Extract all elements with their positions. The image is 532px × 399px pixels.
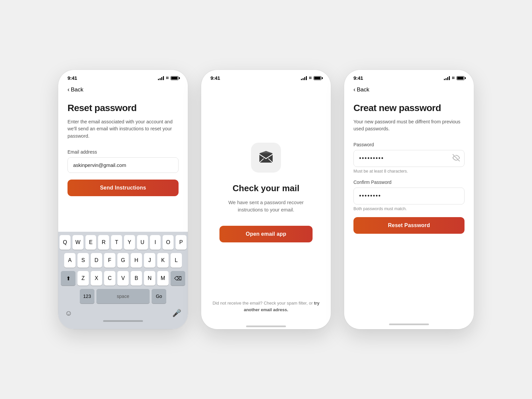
battery-icon-1 bbox=[171, 76, 179, 80]
key-p[interactable]: P bbox=[176, 235, 187, 250]
wifi-icon-3: ⌗ bbox=[452, 75, 455, 81]
key-t[interactable]: T bbox=[111, 235, 122, 250]
status-icons-1: ⌗ bbox=[158, 75, 179, 81]
confirm-password-input[interactable] bbox=[353, 188, 465, 204]
keyboard-1: Q W E R T Y U I O P A S D F G H J K L bbox=[58, 232, 188, 329]
keyboard-bottom: ☺ 🎤 bbox=[60, 307, 187, 318]
send-instructions-button[interactable]: Send Instructions bbox=[67, 180, 179, 196]
password-input[interactable] bbox=[353, 150, 465, 167]
key-l[interactable]: L bbox=[171, 253, 182, 268]
key-g[interactable]: G bbox=[117, 253, 129, 268]
key-s[interactable]: S bbox=[77, 253, 89, 268]
confirm-hint: Both passwords must match. bbox=[353, 206, 465, 211]
check-mail-footer: Did not receive the email? Check your sp… bbox=[201, 295, 331, 323]
envelope-icon bbox=[258, 149, 274, 166]
key-a[interactable]: A bbox=[64, 253, 75, 268]
home-indicator-2 bbox=[246, 326, 286, 327]
phone-screen-1: 9:41 ⌗ ‹ Back Reset password Enter the e… bbox=[58, 70, 188, 329]
email-label: Email address bbox=[67, 149, 179, 155]
confirm-password-wrapper bbox=[353, 188, 465, 204]
back-chevron-3: ‹ bbox=[353, 86, 355, 93]
key-e[interactable]: E bbox=[85, 235, 96, 250]
key-backspace[interactable]: ⌫ bbox=[171, 271, 185, 286]
key-x[interactable]: X bbox=[91, 271, 102, 286]
key-m[interactable]: M bbox=[157, 271, 169, 286]
back-chevron-1: ‹ bbox=[67, 86, 69, 93]
confirm-password-label: Confirm Password bbox=[353, 180, 465, 185]
keyboard-row-1: Q W E R T Y U I O P bbox=[60, 235, 187, 250]
key-v[interactable]: V bbox=[117, 271, 129, 286]
key-k[interactable]: K bbox=[157, 253, 169, 268]
footer-plain: Did not receive the email? Check your sp… bbox=[212, 301, 314, 306]
back-label-3: Back bbox=[357, 86, 369, 93]
battery-icon-2 bbox=[314, 76, 322, 80]
wifi-icon-1: ⌗ bbox=[166, 75, 169, 81]
key-space[interactable]: space bbox=[96, 289, 150, 304]
status-bar-1: 9:41 ⌗ bbox=[58, 70, 188, 83]
key-z[interactable]: Z bbox=[77, 271, 89, 286]
key-go[interactable]: Go bbox=[152, 289, 166, 304]
reset-password-title: Reset password bbox=[67, 102, 179, 114]
status-icons-3: ⌗ bbox=[444, 75, 465, 81]
keyboard-row-2: A S D F G H J K L bbox=[60, 253, 187, 268]
phone-screen-3: 9:41 ⌗ ‹ Back Creat new password Your ne… bbox=[344, 70, 474, 329]
signal-icon-2 bbox=[301, 76, 307, 80]
password-wrapper bbox=[353, 150, 465, 167]
screen1-content: ‹ Back Reset password Enter the email as… bbox=[58, 83, 188, 232]
key-num[interactable]: 123 bbox=[80, 289, 94, 304]
back-label-1: Back bbox=[71, 86, 83, 93]
mail-icon-box bbox=[251, 143, 281, 173]
key-o[interactable]: O bbox=[163, 235, 174, 250]
key-y[interactable]: Y bbox=[124, 235, 135, 250]
key-r[interactable]: R bbox=[98, 235, 109, 250]
keyboard-row-4: 123 space Go bbox=[60, 289, 187, 304]
status-time-1: 9:41 bbox=[67, 75, 77, 81]
status-icons-2: ⌗ bbox=[301, 75, 322, 81]
create-password-subtitle: Your new password must be diffrent from … bbox=[353, 118, 465, 133]
wifi-icon-2: ⌗ bbox=[309, 75, 312, 81]
screen3-content: ‹ Back Creat new password Your new passw… bbox=[344, 83, 474, 321]
mic-icon[interactable]: 🎤 bbox=[172, 309, 181, 318]
eye-slash-icon[interactable] bbox=[453, 154, 460, 163]
home-indicator-1 bbox=[103, 320, 143, 322]
status-time-2: 9:41 bbox=[210, 75, 220, 81]
back-button-3[interactable]: ‹ Back bbox=[353, 86, 465, 93]
key-shift[interactable]: ⬆ bbox=[61, 271, 75, 286]
phone-screen-2: 9:41 ⌗ bbox=[201, 70, 331, 329]
create-password-title: Creat new password bbox=[353, 102, 465, 114]
signal-icon-1 bbox=[158, 76, 164, 80]
key-i[interactable]: I bbox=[150, 235, 161, 250]
status-time-3: 9:41 bbox=[353, 75, 363, 81]
open-email-button[interactable]: Open email app bbox=[219, 226, 313, 242]
key-u[interactable]: U bbox=[137, 235, 148, 250]
status-bar-3: 9:41 ⌗ bbox=[344, 70, 474, 83]
key-f[interactable]: F bbox=[104, 253, 115, 268]
key-c[interactable]: C bbox=[104, 271, 115, 286]
check-mail-subtitle: We have sent a password recover instruct… bbox=[226, 199, 306, 214]
key-b[interactable]: B bbox=[131, 271, 142, 286]
key-q[interactable]: Q bbox=[60, 235, 70, 250]
keyboard-row-3: ⬆ Z X C V B N M ⌫ bbox=[60, 271, 187, 286]
reset-password-button[interactable]: Reset Password bbox=[353, 217, 465, 234]
battery-icon-3 bbox=[457, 76, 465, 80]
signal-icon-3 bbox=[444, 76, 450, 80]
home-indicator-3 bbox=[389, 324, 429, 325]
key-h[interactable]: H bbox=[131, 253, 142, 268]
reset-password-subtitle: Enter the email associated with your acc… bbox=[67, 118, 179, 140]
key-j[interactable]: J bbox=[144, 253, 155, 268]
back-button-1[interactable]: ‹ Back bbox=[67, 86, 179, 93]
key-n[interactable]: N bbox=[144, 271, 155, 286]
password-hint: Must be at least 8 characters. bbox=[353, 169, 465, 174]
check-mail-title: Check your mail bbox=[233, 183, 300, 194]
password-label: Password bbox=[353, 142, 465, 147]
key-w[interactable]: W bbox=[72, 235, 83, 250]
email-input[interactable] bbox=[67, 157, 179, 173]
status-bar-2: 9:41 ⌗ bbox=[201, 70, 331, 83]
check-mail-content: Check your mail We have sent a password … bbox=[201, 83, 331, 295]
emoji-icon[interactable]: ☺ bbox=[65, 309, 72, 318]
key-d[interactable]: D bbox=[91, 253, 102, 268]
